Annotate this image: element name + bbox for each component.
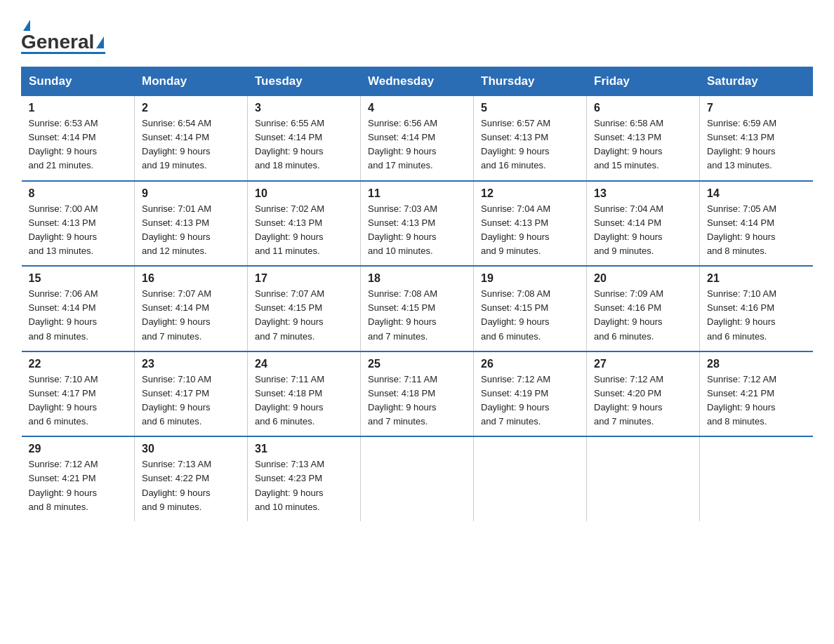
calendar-cell: 17 Sunrise: 7:07 AMSunset: 4:15 PMDaylig… (248, 266, 361, 351)
calendar-cell: 21 Sunrise: 7:10 AMSunset: 4:16 PMDaylig… (700, 266, 813, 351)
calendar-cell: 2 Sunrise: 6:54 AMSunset: 4:14 PMDayligh… (135, 96, 248, 181)
calendar-cell: 29 Sunrise: 7:12 AMSunset: 4:21 PMDaylig… (22, 436, 135, 521)
weekday-header-saturday: Saturday (700, 67, 813, 96)
calendar-cell: 13 Sunrise: 7:04 AMSunset: 4:14 PMDaylig… (587, 181, 700, 267)
calendar-cell: 7 Sunrise: 6:59 AMSunset: 4:13 PMDayligh… (700, 96, 813, 181)
day-info: Sunrise: 6:57 AMSunset: 4:13 PMDaylight:… (481, 116, 579, 173)
page-header: General (21, 14, 813, 54)
day-info: Sunrise: 7:03 AMSunset: 4:13 PMDaylight:… (368, 202, 466, 259)
day-number: 2 (142, 102, 240, 114)
day-info: Sunrise: 7:10 AMSunset: 4:17 PMDaylight:… (142, 373, 240, 429)
day-info: Sunrise: 7:09 AMSunset: 4:16 PMDaylight:… (594, 287, 692, 344)
day-info: Sunrise: 7:13 AMSunset: 4:23 PMDaylight:… (255, 457, 353, 514)
week-row-3: 15 Sunrise: 7:06 AMSunset: 4:14 PMDaylig… (22, 266, 813, 351)
calendar-cell (361, 436, 474, 521)
day-number: 9 (142, 187, 240, 200)
calendar-table: SundayMondayTuesdayWednesdayThursdayFrid… (21, 67, 813, 521)
day-info: Sunrise: 7:04 AMSunset: 4:14 PMDaylight:… (594, 202, 692, 259)
day-info: Sunrise: 7:12 AMSunset: 4:21 PMDaylight:… (707, 373, 806, 429)
day-number: 29 (29, 443, 128, 455)
day-number: 18 (368, 272, 466, 285)
day-number: 22 (29, 358, 128, 370)
calendar-cell (700, 436, 813, 521)
calendar-cell: 27 Sunrise: 7:12 AMSunset: 4:20 PMDaylig… (587, 351, 700, 437)
day-number: 14 (707, 187, 806, 200)
calendar-cell: 8 Sunrise: 7:00 AMSunset: 4:13 PMDayligh… (22, 181, 135, 267)
day-info: Sunrise: 6:56 AMSunset: 4:14 PMDaylight:… (368, 116, 466, 173)
day-number: 8 (29, 187, 128, 200)
day-number: 16 (142, 272, 240, 285)
day-info: Sunrise: 7:12 AMSunset: 4:21 PMDaylight:… (29, 457, 128, 514)
calendar-cell: 20 Sunrise: 7:09 AMSunset: 4:16 PMDaylig… (587, 266, 700, 351)
calendar-cell: 3 Sunrise: 6:55 AMSunset: 4:14 PMDayligh… (248, 96, 361, 181)
calendar-cell: 23 Sunrise: 7:10 AMSunset: 4:17 PMDaylig… (135, 351, 248, 437)
calendar-cell: 19 Sunrise: 7:08 AMSunset: 4:15 PMDaylig… (474, 266, 587, 351)
day-number: 11 (368, 187, 466, 200)
calendar-cell: 31 Sunrise: 7:13 AMSunset: 4:23 PMDaylig… (248, 436, 361, 521)
weekday-header-tuesday: Tuesday (248, 67, 361, 96)
day-number: 13 (594, 187, 692, 200)
week-row-1: 1 Sunrise: 6:53 AMSunset: 4:14 PMDayligh… (22, 96, 813, 181)
day-info: Sunrise: 6:54 AMSunset: 4:14 PMDaylight:… (142, 116, 240, 173)
calendar-cell: 14 Sunrise: 7:05 AMSunset: 4:14 PMDaylig… (700, 181, 813, 267)
day-info: Sunrise: 7:06 AMSunset: 4:14 PMDaylight:… (29, 287, 128, 344)
day-info: Sunrise: 7:07 AMSunset: 4:14 PMDaylight:… (142, 287, 240, 344)
day-number: 21 (707, 272, 806, 285)
day-number: 4 (368, 102, 466, 114)
calendar-cell: 28 Sunrise: 7:12 AMSunset: 4:21 PMDaylig… (700, 351, 813, 437)
calendar-cell: 1 Sunrise: 6:53 AMSunset: 4:14 PMDayligh… (22, 96, 135, 181)
day-info: Sunrise: 6:53 AMSunset: 4:14 PMDaylight:… (29, 116, 128, 173)
day-number: 6 (594, 102, 692, 114)
day-info: Sunrise: 7:02 AMSunset: 4:13 PMDaylight:… (255, 202, 353, 259)
day-number: 27 (594, 358, 692, 370)
day-info: Sunrise: 6:59 AMSunset: 4:13 PMDaylight:… (707, 116, 806, 173)
day-number: 12 (481, 187, 579, 200)
calendar-cell (587, 436, 700, 521)
day-info: Sunrise: 7:01 AMSunset: 4:13 PMDaylight:… (142, 202, 240, 259)
day-number: 31 (255, 443, 353, 455)
calendar-cell: 16 Sunrise: 7:07 AMSunset: 4:14 PMDaylig… (135, 266, 248, 351)
weekday-header-wednesday: Wednesday (361, 67, 474, 96)
calendar-cell: 5 Sunrise: 6:57 AMSunset: 4:13 PMDayligh… (474, 96, 587, 181)
day-info: Sunrise: 7:07 AMSunset: 4:15 PMDaylight:… (255, 287, 353, 344)
day-number: 15 (29, 272, 128, 285)
calendar-cell: 25 Sunrise: 7:11 AMSunset: 4:18 PMDaylig… (361, 351, 474, 437)
calendar-cell: 4 Sunrise: 6:56 AMSunset: 4:14 PMDayligh… (361, 96, 474, 181)
day-number: 28 (707, 358, 806, 370)
day-number: 24 (255, 358, 353, 370)
day-info: Sunrise: 6:55 AMSunset: 4:14 PMDaylight:… (255, 116, 353, 173)
weekday-header-row: SundayMondayTuesdayWednesdayThursdayFrid… (22, 67, 813, 96)
day-number: 20 (594, 272, 692, 285)
day-number: 26 (481, 358, 579, 370)
day-number: 7 (707, 102, 806, 114)
calendar-cell: 10 Sunrise: 7:02 AMSunset: 4:13 PMDaylig… (248, 181, 361, 267)
day-number: 30 (142, 443, 240, 455)
week-row-2: 8 Sunrise: 7:00 AMSunset: 4:13 PMDayligh… (22, 181, 813, 267)
day-info: Sunrise: 7:12 AMSunset: 4:20 PMDaylight:… (594, 373, 692, 429)
logo-general-bottom: General (21, 31, 94, 53)
day-info: Sunrise: 7:08 AMSunset: 4:15 PMDaylight:… (368, 287, 466, 344)
day-number: 10 (255, 187, 353, 200)
day-info: Sunrise: 7:13 AMSunset: 4:22 PMDaylight:… (142, 457, 240, 514)
day-number: 19 (481, 272, 579, 285)
weekday-header-friday: Friday (587, 67, 700, 96)
calendar-cell: 24 Sunrise: 7:11 AMSunset: 4:18 PMDaylig… (248, 351, 361, 437)
calendar-cell: 26 Sunrise: 7:12 AMSunset: 4:19 PMDaylig… (474, 351, 587, 437)
calendar-cell: 22 Sunrise: 7:10 AMSunset: 4:17 PMDaylig… (22, 351, 135, 437)
day-info: Sunrise: 7:11 AMSunset: 4:18 PMDaylight:… (368, 373, 466, 429)
day-number: 17 (255, 272, 353, 285)
weekday-header-monday: Monday (135, 67, 248, 96)
logo-underline (21, 52, 105, 54)
calendar-cell: 15 Sunrise: 7:06 AMSunset: 4:14 PMDaylig… (22, 266, 135, 351)
calendar-cell: 11 Sunrise: 7:03 AMSunset: 4:13 PMDaylig… (361, 181, 474, 267)
day-info: Sunrise: 7:10 AMSunset: 4:17 PMDaylight:… (29, 373, 128, 429)
day-info: Sunrise: 7:00 AMSunset: 4:13 PMDaylight:… (29, 202, 128, 259)
day-number: 1 (29, 102, 128, 114)
day-info: Sunrise: 7:12 AMSunset: 4:19 PMDaylight:… (481, 373, 579, 429)
calendar-cell: 9 Sunrise: 7:01 AMSunset: 4:13 PMDayligh… (135, 181, 248, 267)
day-info: Sunrise: 7:05 AMSunset: 4:14 PMDaylight:… (707, 202, 806, 259)
day-info: Sunrise: 7:11 AMSunset: 4:18 PMDaylight:… (255, 373, 353, 429)
day-info: Sunrise: 7:08 AMSunset: 4:15 PMDaylight:… (481, 287, 579, 344)
calendar-cell: 30 Sunrise: 7:13 AMSunset: 4:22 PMDaylig… (135, 436, 248, 521)
week-row-5: 29 Sunrise: 7:12 AMSunset: 4:21 PMDaylig… (22, 436, 813, 521)
